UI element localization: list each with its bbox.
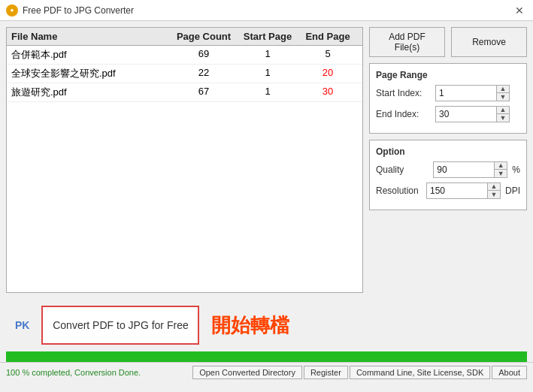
start-index-input[interactable] bbox=[436, 86, 496, 100]
quality-label: Quality bbox=[376, 164, 430, 175]
file-table-body: 合併範本.pdf 69 1 5 全球安全影響之研究.pdf 22 1 20 旅遊… bbox=[7, 46, 362, 292]
page-count: 69 bbox=[170, 48, 238, 62]
quality-input[interactable] bbox=[434, 163, 494, 176]
resolution-input-wrap: ▲ ▼ bbox=[426, 182, 501, 199]
command-line-button[interactable]: Command Line, Site License, SDK bbox=[350, 366, 490, 379]
end-index-input-wrap: ▲ ▼ bbox=[435, 106, 510, 122]
end-index-spinners: ▲ ▼ bbox=[496, 107, 509, 122]
col-filename: File Name bbox=[11, 31, 170, 42]
start-index-label: Start Index: bbox=[376, 88, 432, 98]
quality-up[interactable]: ▲ bbox=[495, 162, 507, 170]
start-page: 1 bbox=[238, 86, 298, 99]
action-buttons: Add PDF File(s) Remove bbox=[369, 27, 527, 57]
end-page: 5 bbox=[298, 48, 358, 62]
end-index-row: End Index: ▲ ▼ bbox=[376, 106, 520, 122]
start-index-up[interactable]: ▲ bbox=[497, 86, 509, 93]
quality-unit: % bbox=[512, 164, 520, 175]
col-startpage: Start Page bbox=[238, 31, 298, 42]
end-index-label: End Index: bbox=[376, 109, 432, 119]
table-row[interactable]: 全球安全影響之研究.pdf 22 1 20 bbox=[7, 65, 362, 83]
page-count: 22 bbox=[170, 67, 238, 80]
start-page: 1 bbox=[238, 48, 298, 62]
page-range-title: Page Range bbox=[376, 70, 520, 80]
remove-button[interactable]: Remove bbox=[451, 27, 527, 57]
table-row[interactable]: 合併範本.pdf 69 1 5 bbox=[7, 46, 362, 65]
main-content: File Name Page Count Start Page End Page… bbox=[0, 21, 533, 299]
file-name: 旅遊研究.pdf bbox=[11, 86, 170, 99]
col-endpage: End Page bbox=[298, 31, 358, 42]
file-table-header: File Name Page Count Start Page End Page bbox=[7, 28, 362, 46]
resolution-unit: DPI bbox=[505, 185, 520, 196]
open-converted-dir-button[interactable]: Open Converted Directory bbox=[192, 366, 302, 379]
cjk-label: 開始轉檔 bbox=[211, 312, 289, 339]
status-text: 100 % completed, Conversion Done. bbox=[6, 368, 192, 377]
title-bar: ● Free PDF to JPG Converter ✕ bbox=[0, 0, 533, 21]
convert-button[interactable]: Convert PDF to JPG for Free bbox=[41, 306, 199, 345]
file-name: 合併範本.pdf bbox=[11, 48, 170, 62]
register-button[interactable]: Register bbox=[304, 366, 348, 379]
end-index-down[interactable]: ▼ bbox=[497, 114, 509, 122]
resolution-input[interactable] bbox=[427, 184, 487, 198]
option-title: Option bbox=[376, 146, 520, 157]
start-index-down[interactable]: ▼ bbox=[497, 93, 509, 101]
quality-row: Quality ▲ ▼ % bbox=[376, 161, 520, 178]
table-row[interactable]: 旅遊研究.pdf 67 1 30 bbox=[7, 83, 362, 102]
status-bar: 100 % completed, Conversion Done. Open C… bbox=[0, 362, 533, 381]
right-panel: Add PDF File(s) Remove Page Range Start … bbox=[369, 27, 527, 293]
quality-input-wrap: ▲ ▼ bbox=[433, 161, 507, 178]
add-pdf-button[interactable]: Add PDF File(s) bbox=[369, 27, 445, 57]
resolution-down[interactable]: ▼ bbox=[488, 191, 500, 198]
col-pagecount: Page Count bbox=[170, 31, 238, 42]
file-table-section: File Name Page Count Start Page End Page… bbox=[6, 27, 363, 293]
status-buttons: Open Converted Directory Register Comman… bbox=[192, 366, 527, 379]
quality-spinners: ▲ ▼ bbox=[494, 162, 507, 177]
option-section: Option Quality ▲ ▼ % Resolution ▲ bbox=[369, 140, 527, 210]
start-index-row: Start Index: ▲ ▼ bbox=[376, 85, 520, 101]
resolution-label: Resolution bbox=[376, 185, 423, 196]
end-page: 20 bbox=[298, 67, 358, 80]
quality-down[interactable]: ▼ bbox=[495, 170, 507, 177]
resolution-spinners: ▲ ▼ bbox=[487, 183, 500, 198]
start-index-spinners: ▲ ▼ bbox=[496, 86, 509, 101]
title-bar-left: ● Free PDF to JPG Converter bbox=[6, 5, 134, 17]
end-page: 30 bbox=[298, 86, 358, 99]
resolution-up[interactable]: ▲ bbox=[488, 183, 500, 191]
pk-label: PK bbox=[8, 319, 29, 331]
app-icon: ● bbox=[6, 5, 18, 17]
file-name: 全球安全影響之研究.pdf bbox=[11, 67, 170, 80]
progress-bar-container bbox=[6, 351, 527, 362]
page-range-section: Page Range Start Index: ▲ ▼ End Index: ▲ bbox=[369, 63, 527, 134]
end-index-up[interactable]: ▲ bbox=[497, 107, 509, 114]
about-button[interactable]: About bbox=[492, 366, 527, 379]
progress-bar bbox=[6, 351, 527, 362]
start-index-input-wrap: ▲ ▼ bbox=[435, 85, 510, 101]
page-count: 67 bbox=[170, 86, 238, 99]
app-title: Free PDF to JPG Converter bbox=[23, 5, 134, 16]
convert-row: PK Convert PDF to JPG for Free 開始轉檔 bbox=[0, 299, 533, 351]
resolution-row: Resolution ▲ ▼ DPI bbox=[376, 182, 520, 199]
end-index-input[interactable] bbox=[436, 107, 496, 121]
close-button[interactable]: ✕ bbox=[512, 3, 527, 18]
start-page: 1 bbox=[238, 67, 298, 80]
